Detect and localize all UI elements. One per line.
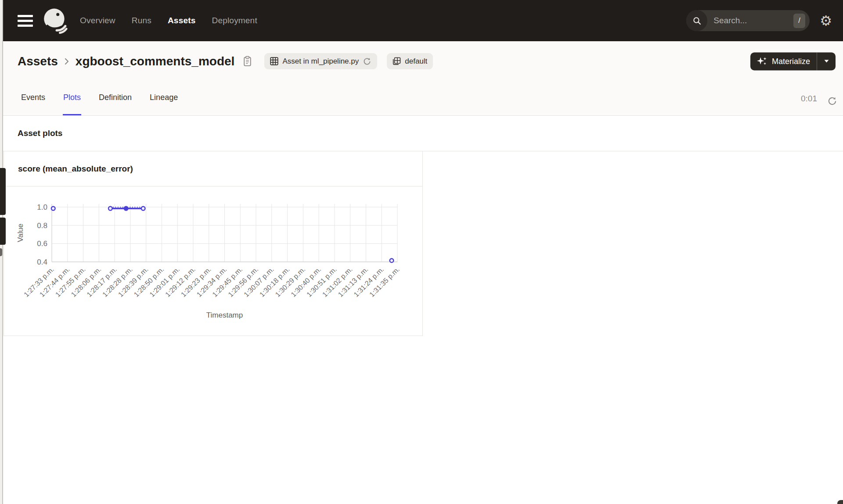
asset-plots-section: Asset plots — [3, 116, 843, 151]
plot-card: score (mean_absolute_error) 0.40.60.81.0… — [4, 151, 423, 336]
search-icon — [686, 10, 707, 31]
top-nav: Overview Runs Assets Deployment Search..… — [3, 0, 843, 41]
materialize-label: Materialize — [772, 57, 810, 66]
settings-button[interactable]: ⚙ — [820, 14, 832, 28]
refresh-timer: 0:01 — [801, 94, 817, 104]
asset-group-tag[interactable]: default — [387, 53, 433, 69]
svg-text:0.8: 0.8 — [37, 222, 47, 230]
background-window-fragment — [0, 218, 6, 245]
chevron-right-icon — [64, 57, 70, 66]
background-window-fragment — [0, 168, 6, 215]
sparkles-icon — [757, 56, 767, 67]
materialize-dropdown-button[interactable] — [817, 52, 836, 70]
nav-runs[interactable]: Runs — [132, 16, 151, 25]
search-input[interactable]: Search... / — [686, 10, 810, 31]
asset-group-icon — [393, 57, 401, 65]
breadcrumb-assets-link[interactable]: Assets — [18, 54, 58, 68]
nav-deployment[interactable]: Deployment — [212, 16, 257, 25]
chart-canvas: 0.40.60.81.0Value1:27:33 p.m.1:27:44 p.m… — [13, 193, 417, 329]
plot-card-header: score (mean_absolute_error) — [4, 151, 422, 186]
asset-group-label: default — [405, 57, 427, 66]
caret-down-icon — [824, 60, 829, 63]
refresh-icon — [827, 96, 837, 106]
main-nav: Overview Runs Assets Deployment — [80, 16, 257, 25]
svg-text:0.6: 0.6 — [37, 239, 47, 248]
svg-text:1.0: 1.0 — [37, 203, 47, 211]
background-window-fragment — [0, 248, 2, 256]
breadcrumb: Assets xgboost_comments_model — [3, 41, 843, 81]
hamburger-icon — [18, 15, 33, 17]
copy-asset-name-button[interactable] — [243, 56, 252, 67]
tab-definition[interactable]: Definition — [98, 81, 132, 115]
search-shortcut-badge: / — [793, 14, 805, 28]
code-location-label: Asset in ml_pipeline.py — [282, 57, 359, 66]
gear-icon: ⚙ — [820, 13, 832, 29]
materialize-button[interactable]: Materialize — [750, 52, 817, 70]
menu-button[interactable] — [18, 12, 35, 29]
plot-title: score (mean_absolute_error) — [18, 164, 133, 174]
window-edge-line — [2, 0, 3, 504]
asset-header: Assets xgboost_comments_model — [3, 41, 843, 116]
tab-lineage[interactable]: Lineage — [149, 81, 178, 115]
table-icon — [270, 57, 278, 65]
code-location-tag[interactable]: Asset in ml_pipeline.py — [264, 53, 377, 69]
dagster-octopus-icon — [42, 7, 69, 34]
section-title: Asset plots — [18, 129, 62, 138]
svg-text:Value: Value — [16, 224, 25, 242]
background-window-corner — [837, 500, 843, 504]
search-placeholder: Search... — [713, 16, 793, 25]
tab-plots[interactable]: Plots — [63, 81, 81, 115]
refresh-button[interactable] — [827, 96, 837, 106]
mae-line-chart[interactable]: 0.40.60.81.0Value1:27:33 p.m.1:27:44 p.m… — [13, 193, 417, 329]
svg-text:Timestamp: Timestamp — [206, 311, 243, 319]
materialize-split-button: Materialize — [750, 52, 836, 70]
reload-icon[interactable] — [363, 57, 371, 66]
asset-tabs: Events Plots Definition Lineage — [3, 81, 843, 115]
page-title: xgboost_comments_model — [76, 54, 235, 68]
svg-text:0.4: 0.4 — [37, 258, 47, 266]
nav-overview[interactable]: Overview — [80, 16, 115, 25]
clipboard-icon — [243, 56, 252, 67]
tab-events[interactable]: Events — [21, 81, 46, 115]
nav-assets[interactable]: Assets — [168, 16, 196, 25]
dagster-logo[interactable] — [42, 7, 69, 34]
